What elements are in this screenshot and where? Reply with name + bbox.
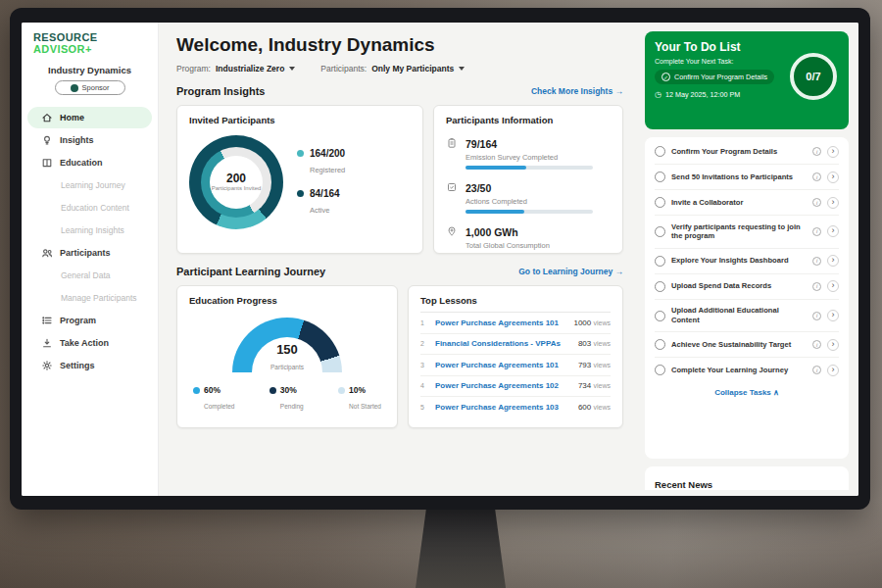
sidebar-item-general-data[interactable]: General Data <box>27 265 152 286</box>
lesson-link[interactable]: Financial Considerations - VPPAs <box>435 339 572 348</box>
checkbox-icon[interactable] <box>655 365 665 375</box>
task-row-achieve-target[interactable]: Achieve One Sustainability Target i › <box>655 332 839 358</box>
download-icon <box>41 337 53 349</box>
task-row-invite-collaborator[interactable]: Invite a Collaborator i › <box>655 190 839 216</box>
app-window: RESOURCE ADVISOR+ Industry Dynamics Spon… <box>22 23 858 496</box>
sidebar-item-settings[interactable]: Settings <box>27 355 152 376</box>
participants-information-card: Participants Information 79/164 Emission… <box>433 105 623 254</box>
sidebar-item-manage-participants[interactable]: Manage Participants <box>27 287 152 309</box>
checkbox-icon[interactable] <box>655 146 665 157</box>
todo-progress-ring: 0/7 <box>790 53 837 100</box>
sidebar-item-label: Education Content <box>61 203 129 213</box>
participants-dropdown[interactable]: Participants: Only My Participants <box>320 64 465 74</box>
tasks-list-card: Confirm Your Program Details i › Send 50… <box>645 137 849 459</box>
sidebar-item-label: Insights <box>60 135 94 145</box>
todo-title: Your To Do List <box>655 40 839 54</box>
sidebar-item-home[interactable]: Home <box>27 107 152 128</box>
sidebar-item-take-action[interactable]: Take Action <box>27 332 152 354</box>
lesson-link[interactable]: Power Purchase Agreements 103 <box>435 403 572 412</box>
chevron-right-icon[interactable]: › <box>827 310 839 321</box>
program-insights-header: Program Insights Check More Insights → <box>176 85 623 97</box>
checkbox-icon[interactable] <box>655 256 665 267</box>
sidebar-item-insights[interactable]: Insights <box>27 129 152 151</box>
education-gauge-chart: 150 Participants <box>232 318 342 373</box>
program-dropdown[interactable]: Program: Industrialize Zero <box>176 64 295 74</box>
chevron-right-icon[interactable]: › <box>827 339 839 351</box>
sidebar-item-label: Home <box>60 113 84 122</box>
info-icon[interactable]: i <box>812 198 821 207</box>
insights-cards: Invited Participants 200 Participants In… <box>176 105 623 254</box>
chevron-right-icon[interactable]: › <box>827 197 839 209</box>
gauge-legend: 60%Completed 30%Pending 10%Not Started <box>189 385 385 413</box>
lesson-row: 3 Power Purchase Agreements 101 793 view… <box>420 355 611 376</box>
sponsor-label: Sponsor <box>82 83 110 92</box>
checkbox-icon[interactable] <box>655 172 665 182</box>
task-row-send-invitations[interactable]: Send 50 Invitations to Participants i › <box>655 165 839 190</box>
info-icon[interactable]: i <box>812 340 821 349</box>
info-icon[interactable]: i <box>812 282 821 291</box>
chevron-right-icon[interactable]: › <box>827 146 839 158</box>
top-lessons-card: Top Lessons 1 Power Purchase Agreements … <box>408 285 623 428</box>
check-more-insights-link[interactable]: Check More Insights → <box>531 86 623 96</box>
clock-icon: ◷ <box>655 90 662 99</box>
stat-global-consumption: 1,000 GWh Total Global Consumption <box>446 222 611 250</box>
task-row-explore-insights[interactable]: Explore Your Insights Dashboard i › <box>655 249 839 274</box>
lesson-link[interactable]: Power Purchase Agreements 101 <box>435 361 572 369</box>
info-icon[interactable]: i <box>812 172 821 181</box>
monitor-stand <box>416 508 506 588</box>
collapse-tasks-link[interactable]: Collapse Tasks ∧ <box>655 382 839 399</box>
info-icon[interactable]: i <box>812 312 821 320</box>
sponsor-badge[interactable]: Sponsor <box>55 80 125 95</box>
filter-bar: Program: Industrialize Zero Participants… <box>176 64 623 74</box>
progress-bar <box>466 210 593 214</box>
sidebar-item-participants[interactable]: Participants <box>27 242 152 264</box>
sidebar-item-label: Program <box>60 316 96 325</box>
check-square-icon <box>446 179 458 191</box>
checkbox-icon[interactable] <box>655 281 665 292</box>
sidebar-item-learning-insights[interactable]: Learning Insights <box>27 220 152 241</box>
task-row-upload-spend-data[interactable]: Upload Spend Data Records i › <box>655 274 839 300</box>
program-value: Industrialize Zero <box>216 64 284 74</box>
sidebar-item-education[interactable]: Education <box>27 152 152 173</box>
task-row-confirm-program[interactable]: Confirm Your Program Details i › <box>655 139 839 165</box>
info-icon[interactable]: i <box>812 366 821 374</box>
list-icon <box>41 315 53 326</box>
next-task-pill[interactable]: ✓ Confirm Your Program Details <box>655 70 774 84</box>
chevron-right-icon[interactable]: › <box>827 172 839 183</box>
info-icon[interactable]: i <box>812 257 821 266</box>
checkbox-icon[interactable] <box>655 339 665 350</box>
sidebar-item-program[interactable]: Program <box>27 310 152 331</box>
chevron-right-icon[interactable]: › <box>827 280 839 292</box>
info-icon[interactable]: i <box>812 147 821 156</box>
legend-dot <box>193 387 200 394</box>
people-icon <box>41 247 53 259</box>
chevron-right-icon[interactable]: › <box>827 365 839 376</box>
logo-resource: RESOURCE <box>33 31 98 43</box>
lesson-link[interactable]: Power Purchase Agreements 102 <box>435 381 572 390</box>
recent-news-title: Recent News <box>655 479 712 490</box>
sidebar-item-learning-journey[interactable]: Learning Journey <box>27 174 152 196</box>
learning-journey-header: Participant Learning Journey Go to Learn… <box>176 266 623 277</box>
task-row-verify-participants[interactable]: Verify participants requesting to join t… <box>655 216 839 249</box>
lesson-row: 5 Power Purchase Agreements 103 600 view… <box>420 397 611 418</box>
sidebar-item-label: General Data <box>61 270 111 280</box>
legend-active: 84/164 Active <box>297 188 345 217</box>
sidebar-item-label: Learning Insights <box>61 225 124 235</box>
arrow-right-icon: → <box>615 267 624 276</box>
app-logo: RESOURCE ADVISOR+ <box>22 31 158 55</box>
chevron-right-icon[interactable]: › <box>827 225 839 237</box>
arrow-right-icon: → <box>615 86 624 96</box>
caret-up-icon: ∧ <box>773 388 779 397</box>
section-title: Program Insights <box>176 85 265 97</box>
checkbox-icon[interactable] <box>655 197 665 208</box>
checkbox-icon[interactable] <box>655 226 665 237</box>
checkbox-icon[interactable] <box>655 311 665 321</box>
sidebar-item-education-content[interactable]: Education Content <box>27 197 152 219</box>
gauge-center: 150 Participants <box>232 343 342 373</box>
chevron-right-icon[interactable]: › <box>827 255 839 267</box>
lesson-link[interactable]: Power Purchase Agreements 101 <box>435 318 567 327</box>
task-row-upload-educational-content[interactable]: Upload Additional Educational Content i … <box>655 300 839 333</box>
info-icon[interactable]: i <box>812 227 821 236</box>
task-row-complete-learning-journey[interactable]: Complete Your Learning Journey i › <box>655 358 839 382</box>
go-to-learning-journey-link[interactable]: Go to Learning Journey → <box>518 267 623 276</box>
